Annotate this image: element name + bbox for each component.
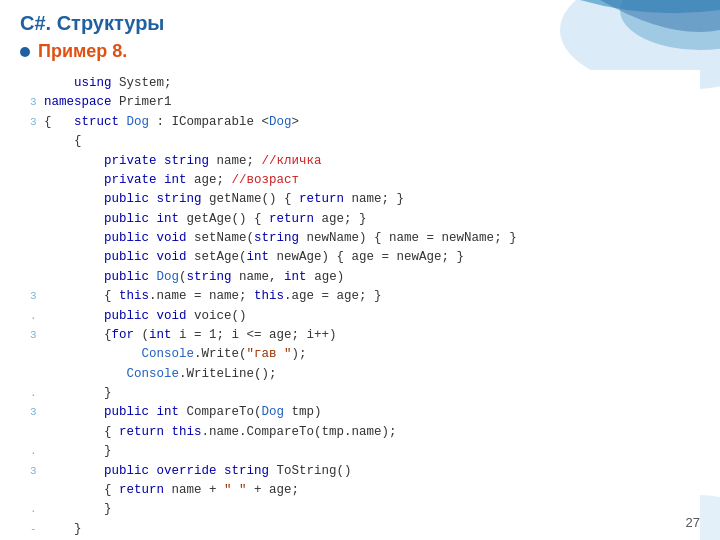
line-content: public int getAge() { return age; } [44, 210, 700, 229]
slide-title: C#. Структуры [20, 12, 700, 35]
code-line: using System; [30, 74, 700, 93]
code-line: 3 public override string ToString() [30, 462, 700, 481]
line-content: Console.Write("гав "); [44, 345, 700, 364]
page-number: 27 [686, 515, 700, 530]
line-content: public Dog(string name, int age) [44, 268, 700, 287]
line-marker: 3 [30, 463, 44, 480]
line-content: public override string ToString() [44, 462, 700, 481]
line-content: private int age; //возраст [44, 171, 700, 190]
line-content: { this.name = name; this.age = age; } [44, 287, 700, 306]
code-line: . } [30, 500, 700, 519]
code-line: Console.WriteLine(); [30, 365, 700, 384]
code-line: 3 {for (int i = 1; i <= age; i++) [30, 326, 700, 345]
code-line: 3 public int CompareTo(Dog tmp) [30, 403, 700, 422]
line-marker: . [30, 308, 44, 325]
code-block: using System; 3 namespace Primer1 3 { st… [20, 70, 700, 540]
code-line: - } [30, 520, 700, 539]
line-content: Console.WriteLine(); [44, 365, 700, 384]
code-line: private int age; //возраст [30, 171, 700, 190]
line-content: public void voice() [44, 307, 700, 326]
code-line: 3 { struct Dog : IComparable <Dog> [30, 113, 700, 132]
line-marker: 3 [30, 327, 44, 344]
line-marker: 3 [30, 288, 44, 305]
code-line: Console.Write("гав "); [30, 345, 700, 364]
line-marker: - [30, 521, 44, 538]
code-line: public int getAge() { return age; } [30, 210, 700, 229]
line-content: } [44, 520, 700, 539]
slide-content: C#. Структуры Пример 8. using System; 3 … [0, 0, 720, 540]
line-content: { struct Dog : IComparable <Dog> [44, 113, 700, 132]
line-marker: . [30, 443, 44, 460]
line-content: public int CompareTo(Dog tmp) [44, 403, 700, 422]
code-line: . } [30, 384, 700, 403]
code-line: public void setAge(int newAge) { age = n… [30, 248, 700, 267]
line-content: } [44, 500, 700, 519]
code-line: private string name; //кличка [30, 152, 700, 171]
line-content: namespace Primer1 [44, 93, 700, 112]
code-line: . } [30, 442, 700, 461]
line-content: } [44, 384, 700, 403]
code-line: public void setName(string newName) { na… [30, 229, 700, 248]
line-content: { [44, 132, 700, 151]
line-content: public string getName() { return name; } [44, 190, 700, 209]
bullet-icon [20, 47, 30, 57]
line-marker: 3 [30, 404, 44, 421]
line-content: } [44, 442, 700, 461]
code-line: . public void voice() [30, 307, 700, 326]
slide-subtitle: Пример 8. [20, 41, 700, 62]
line-content: public void setName(string newName) { na… [44, 229, 700, 248]
code-line: public string getName() { return name; } [30, 190, 700, 209]
subtitle-text: Пример 8. [38, 41, 127, 62]
code-line: public Dog(string name, int age) [30, 268, 700, 287]
line-marker: 3 [30, 94, 44, 111]
line-content: { return name + " " + age; [44, 481, 700, 500]
line-marker: 3 [30, 114, 44, 131]
line-marker: . [30, 501, 44, 518]
line-content: { return this.name.CompareTo(tmp.name); [44, 423, 700, 442]
code-line: 3 namespace Primer1 [30, 93, 700, 112]
code-line: 3 { this.name = name; this.age = age; } [30, 287, 700, 306]
line-content: using System; [44, 74, 700, 93]
line-content: private string name; //кличка [44, 152, 700, 171]
code-line: { return name + " " + age; [30, 481, 700, 500]
line-content: public void setAge(int newAge) { age = n… [44, 248, 700, 267]
code-line: { return this.name.CompareTo(tmp.name); [30, 423, 700, 442]
code-line: { [30, 132, 700, 151]
line-content: {for (int i = 1; i <= age; i++) [44, 326, 700, 345]
line-marker: . [30, 385, 44, 402]
